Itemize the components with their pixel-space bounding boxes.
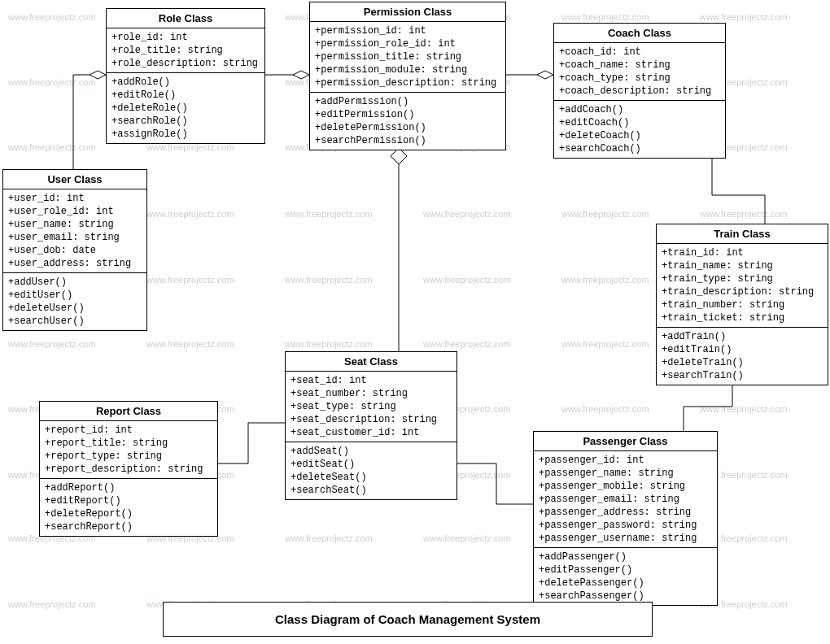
watermark-text: www.freeprojectz.com — [423, 533, 511, 543]
watermark-text: www.freeprojectz.com — [423, 275, 511, 285]
attr: +permission_title: string — [315, 50, 500, 63]
class-methods: +addUser() +editUser() +deleteUser() +se… — [3, 273, 146, 330]
class-passenger: Passenger Class +passenger_id: int +pass… — [533, 431, 718, 606]
attr: +coach_id: int — [559, 46, 720, 59]
method: +deleteCoach() — [559, 129, 720, 142]
class-methods: +addPassenger() +editPassenger() +delete… — [534, 548, 717, 605]
class-methods: +addTrain() +editTrain() +deleteTrain() … — [657, 328, 828, 385]
watermark-text: www.freeprojectz.com — [561, 275, 649, 285]
method: +deleteSeat() — [290, 471, 452, 484]
class-methods: +addSeat() +editSeat() +deleteSeat() +se… — [286, 442, 456, 499]
watermark-text: www.freeprojectz.com — [8, 599, 96, 609]
method: +addCoach() — [559, 103, 720, 116]
method: +addPassenger() — [539, 550, 712, 564]
watermark-text: www.freeprojectz.com — [285, 275, 373, 285]
class-attrs: +permission_id: int +permission_role_id:… — [310, 22, 505, 93]
method: +searchReport() — [45, 520, 212, 533]
attr: +user_dob: date — [8, 244, 142, 257]
class-attrs: +passenger_id: int +passenger_name: stri… — [534, 451, 717, 548]
attr: +user_email: string — [8, 231, 142, 244]
svg-marker-4 — [293, 71, 309, 79]
attr: +report_description: string — [45, 463, 212, 476]
class-title: Permission Class — [310, 2, 505, 22]
attr: +permission_description: string — [315, 76, 500, 89]
class-methods: +addCoach() +editCoach() +deleteCoach() … — [554, 101, 725, 158]
class-attrs: +report_id: int +report_title: string +r… — [40, 421, 217, 479]
class-attrs: +role_id: int +role_title: string +role_… — [107, 28, 264, 73]
watermark-text: www.freeprojectz.com — [146, 339, 234, 349]
attr: +train_description: string — [662, 285, 823, 298]
watermark-text: www.freeprojectz.com — [285, 533, 373, 543]
attr: +passenger_name: string — [539, 467, 712, 480]
attr: +coach_type: string — [559, 72, 720, 85]
method: +addReport() — [45, 481, 212, 494]
watermark-text: www.freeprojectz.com — [561, 209, 649, 219]
method: +searchPassenger() — [539, 590, 712, 603]
method: +addRole() — [111, 76, 260, 89]
method: +searchRole() — [111, 115, 260, 128]
attr: +role_title: string — [111, 44, 260, 57]
class-role: Role Class +role_id: int +role_title: st… — [106, 8, 265, 144]
method: +editSeat() — [290, 458, 452, 471]
class-user: User Class +user_id: int +user_role_id: … — [2, 169, 147, 331]
class-attrs: +user_id: int +user_role_id: int +user_n… — [3, 189, 146, 273]
method: +editTrain() — [662, 343, 823, 356]
class-attrs: +seat_id: int +seat_number: string +seat… — [286, 372, 456, 442]
class-title: Role Class — [107, 9, 264, 28]
attr: +passenger_address: string — [539, 506, 712, 519]
method: +addUser() — [8, 276, 142, 289]
class-title: Seat Class — [286, 352, 456, 372]
watermark-text: www.freeprojectz.com — [146, 275, 234, 285]
attr: +seat_type: string — [290, 400, 452, 413]
watermark-text: www.freeprojectz.com — [285, 209, 373, 219]
class-methods: +addPermission() +editPermission() +dele… — [310, 93, 505, 150]
method: +deleteTrain() — [662, 356, 823, 369]
method: +deletePermission() — [315, 121, 500, 134]
method: +addTrain() — [662, 330, 823, 343]
attr: +report_title: string — [45, 437, 212, 450]
method: +editPermission() — [315, 108, 500, 121]
watermark-text: www.freeprojectz.com — [285, 339, 373, 349]
watermark-text: www.freeprojectz.com — [561, 404, 649, 414]
attr: +permission_role_id: int — [315, 37, 500, 50]
method: +editReport() — [45, 494, 212, 507]
attr: +user_address: string — [8, 257, 142, 270]
attr: +seat_number: string — [290, 387, 452, 400]
diagram-caption: Class Diagram of Coach Management System — [163, 602, 653, 637]
attr: +passenger_username: string — [539, 532, 712, 545]
class-attrs: +coach_id: int +coach_name: string +coac… — [554, 43, 725, 101]
class-title: Report Class — [40, 402, 217, 421]
watermark-text: www.freeprojectz.com — [423, 209, 511, 219]
class-title: Train Class — [657, 224, 828, 244]
attr: +role_id: int — [111, 31, 260, 44]
method: +editCoach() — [559, 116, 720, 129]
class-title: User Class — [3, 170, 146, 189]
attr: +train_number: string — [662, 298, 823, 311]
method: +editRole() — [111, 89, 260, 102]
attr: +seat_customer_id: int — [290, 426, 452, 439]
method: +addSeat() — [290, 445, 452, 458]
class-coach: Coach Class +coach_id: int +coach_name: … — [553, 23, 726, 159]
method: +searchTrain() — [662, 369, 823, 382]
watermark-text: www.freeprojectz.com — [561, 339, 649, 349]
attr: +permission_module: string — [315, 63, 500, 76]
attr: +passenger_mobile: string — [539, 480, 712, 493]
class-title: Coach Class — [554, 24, 725, 43]
attr: +passenger_password: string — [539, 519, 712, 532]
watermark-text: www.freeprojectz.com — [146, 209, 234, 219]
class-train: Train Class +train_id: int +train_name: … — [656, 224, 828, 385]
watermark-text: www.freeprojectz.com — [8, 77, 96, 87]
method: +assignRole() — [111, 128, 260, 141]
attr: +passenger_email: string — [539, 493, 712, 506]
class-report: Report Class +report_id: int +report_tit… — [39, 401, 218, 537]
method: +deleteRole() — [111, 102, 260, 115]
attr: +user_name: string — [8, 218, 142, 231]
method: +addPermission() — [315, 95, 500, 108]
attr: +train_id: int — [662, 246, 823, 259]
method: +deleteUser() — [8, 302, 142, 315]
method: +editPassenger() — [539, 564, 712, 577]
watermark-text: www.freeprojectz.com — [561, 12, 649, 22]
method: +searchCoach() — [559, 142, 720, 155]
watermark-text: www.freeprojectz.com — [8, 142, 96, 152]
attr: +train_ticket: string — [662, 311, 823, 324]
